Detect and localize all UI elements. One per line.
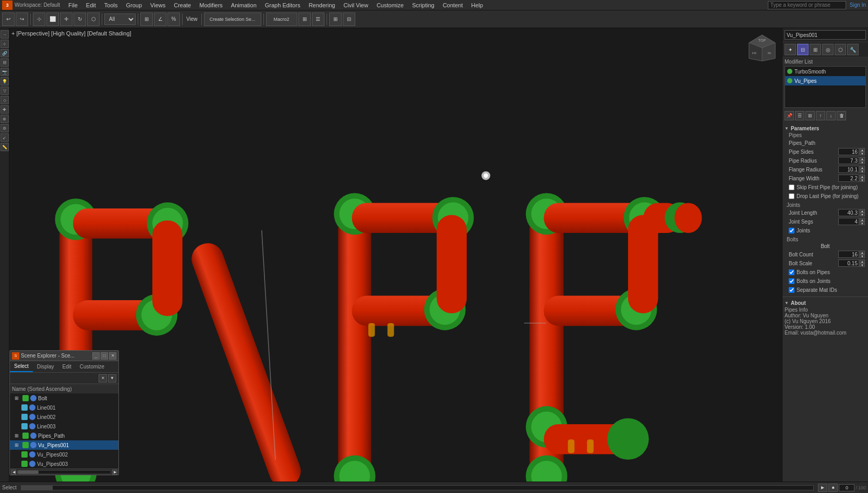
bolt-count-down[interactable]: ▼ <box>860 254 865 258</box>
list-item[interactable]: ⊞ Vu_Pipes001 <box>10 440 118 450</box>
mod-icon-move-down[interactable]: ↓ <box>826 111 836 120</box>
left-icon-tape[interactable]: 📏 <box>1 143 9 151</box>
flange-radius-up[interactable]: ▲ <box>860 166 865 169</box>
joint-segs-input[interactable] <box>838 218 859 225</box>
rp-utilities-tab[interactable]: 🔧 <box>847 44 859 55</box>
separate-mat-checkbox[interactable] <box>789 287 794 293</box>
joint-segs-up[interactable]: ▲ <box>860 218 865 221</box>
left-icon-shape[interactable]: ◇ <box>1 96 9 104</box>
move-btn[interactable]: ✛ <box>60 13 73 26</box>
menu-customize[interactable]: Customize <box>372 1 408 9</box>
more-tools[interactable]: ⊞ <box>329 13 342 26</box>
search-input[interactable] <box>768 1 846 9</box>
bolts-on-joints-checkbox[interactable] <box>789 278 794 284</box>
list-item[interactable]: Line001 <box>10 403 118 412</box>
modifier-vupipes[interactable]: Vu_Pipes <box>785 76 865 85</box>
menu-views[interactable]: Views <box>146 1 170 9</box>
mod-icon-pin[interactable]: 📌 <box>785 111 794 120</box>
flange-width-up[interactable]: ▲ <box>860 175 865 178</box>
bolt-count-up[interactable]: ▲ <box>860 251 865 254</box>
menu-graph-editors[interactable]: Graph Editors <box>261 1 305 9</box>
list-item[interactable]: ⊞ Bolt <box>10 393 118 403</box>
list-item[interactable]: Vu_Pipes002 <box>10 450 118 459</box>
frame-input[interactable]: 0 <box>839 484 854 491</box>
scroll-track[interactable] <box>17 470 111 474</box>
menu-content[interactable]: Content <box>439 1 467 9</box>
flange-width-input[interactable] <box>838 175 859 182</box>
menu-edit[interactable]: Edit <box>82 1 100 9</box>
mod-icon-move-up[interactable]: ↑ <box>816 111 825 120</box>
rp-hierarchy-tab[interactable]: ⊞ <box>810 44 821 55</box>
left-icon-cam[interactable]: 📷 <box>1 68 9 76</box>
viewport[interactable]: + [Perspective] [High Quality] [Default … <box>9 28 782 482</box>
mod-icon-delete[interactable]: 🗑 <box>837 111 846 120</box>
bolt-scale-up[interactable]: ▲ <box>860 260 865 263</box>
pipe-radius-down[interactable]: ▼ <box>860 161 865 164</box>
filter-dropdown[interactable]: All <box>104 14 136 25</box>
sign-in-btn[interactable]: Sign In <box>850 2 866 8</box>
list-item[interactable]: Vu_Pipes003 <box>10 459 118 469</box>
snap-btn[interactable]: ⊞ <box>140 13 153 26</box>
menu-modifiers[interactable]: Modifiers <box>195 1 227 9</box>
bolt-scale-input[interactable] <box>838 260 859 267</box>
se-tab-select[interactable]: Select <box>10 361 33 372</box>
se-tab-customize[interactable]: Customize <box>76 361 108 372</box>
left-icon-select[interactable]: ⊹ <box>1 40 9 48</box>
create-selection-btn[interactable]: Create Selection Se... <box>204 13 261 26</box>
se-minimize-btn[interactable]: _ <box>92 352 100 360</box>
modifier-turbosmooth[interactable]: TurboSmooth <box>785 67 865 76</box>
list-item[interactable]: Line002 <box>10 412 118 422</box>
macro-icons[interactable]: ⊞ <box>298 13 311 26</box>
scroll-right-btn[interactable]: ▶ <box>112 470 117 475</box>
left-icon-light[interactable]: 💡 <box>1 77 9 85</box>
se-options-btn[interactable]: ▼ <box>108 374 116 383</box>
list-item[interactable]: ⊞ Pipes_Path <box>10 431 118 440</box>
menu-help[interactable]: Help <box>467 1 487 9</box>
skip-first-checkbox[interactable] <box>789 184 794 190</box>
joints-checkbox[interactable] <box>789 228 794 233</box>
se-tab-display[interactable]: Display <box>33 361 58 372</box>
left-icon-helper[interactable]: ✚ <box>1 105 9 114</box>
rp-create-tab[interactable]: ✦ <box>785 44 796 55</box>
macro-icons2[interactable]: ☰ <box>312 13 324 26</box>
menu-civil-view[interactable]: Civil View <box>339 1 372 9</box>
joint-segs-down[interactable]: ▼ <box>860 221 865 225</box>
macro2-btn[interactable]: Macro2 <box>266 13 297 26</box>
left-icon-sys[interactable]: ⚙ <box>1 124 9 132</box>
flange-width-down[interactable]: ▼ <box>860 178 865 182</box>
bolts-on-pipes-checkbox[interactable] <box>789 269 794 275</box>
menu-scripting[interactable]: Scripting <box>408 1 439 9</box>
angle-snap-btn[interactable]: ∠ <box>154 13 166 26</box>
about-header[interactable]: ▼ About <box>785 300 866 306</box>
left-icon-bend[interactable]: ↙ <box>1 133 9 142</box>
rp-modify-tab[interactable]: ⊟ <box>797 44 809 55</box>
drop-last-checkbox[interactable] <box>789 193 794 199</box>
flange-radius-down[interactable]: ▼ <box>860 169 865 173</box>
redo-btn[interactable]: ↪ <box>16 13 28 26</box>
undo-btn[interactable]: ↩ <box>2 13 15 26</box>
object-name-input[interactable] <box>785 30 866 40</box>
mod-icon-list[interactable]: ☰ <box>795 111 804 120</box>
scale-btn[interactable]: ⬡ <box>87 13 100 26</box>
se-filter-btn[interactable]: ✕ <box>99 374 107 383</box>
select-btn[interactable]: ⊹ <box>33 13 45 26</box>
menu-animation[interactable]: Animation <box>227 1 261 9</box>
list-item[interactable]: Line003 <box>10 422 118 431</box>
left-icon-geom[interactable]: ▽ <box>1 87 9 95</box>
pipe-radius-input[interactable] <box>838 157 859 164</box>
percent-snap-btn[interactable]: % <box>167 13 180 26</box>
stop-btn[interactable]: ■ <box>828 484 838 492</box>
joint-length-down[interactable]: ▼ <box>860 213 865 216</box>
menu-create[interactable]: Create <box>170 1 195 9</box>
menu-group[interactable]: Group <box>122 1 146 9</box>
select-region-btn[interactable]: ⬜ <box>46 13 59 26</box>
scroll-left-btn[interactable]: ◀ <box>11 470 16 475</box>
pipe-sides-input[interactable] <box>838 148 859 155</box>
rp-motion-tab[interactable]: ◎ <box>822 44 834 55</box>
rp-display-tab[interactable]: ⬡ <box>835 44 846 55</box>
se-tab-edit[interactable]: Edit <box>58 361 76 372</box>
bolt-scale-down[interactable]: ▼ <box>860 263 865 267</box>
bolt-count-input[interactable] <box>838 251 859 258</box>
joint-length-up[interactable]: ▲ <box>860 209 865 213</box>
left-icon-link[interactable]: 🔗 <box>1 49 9 57</box>
